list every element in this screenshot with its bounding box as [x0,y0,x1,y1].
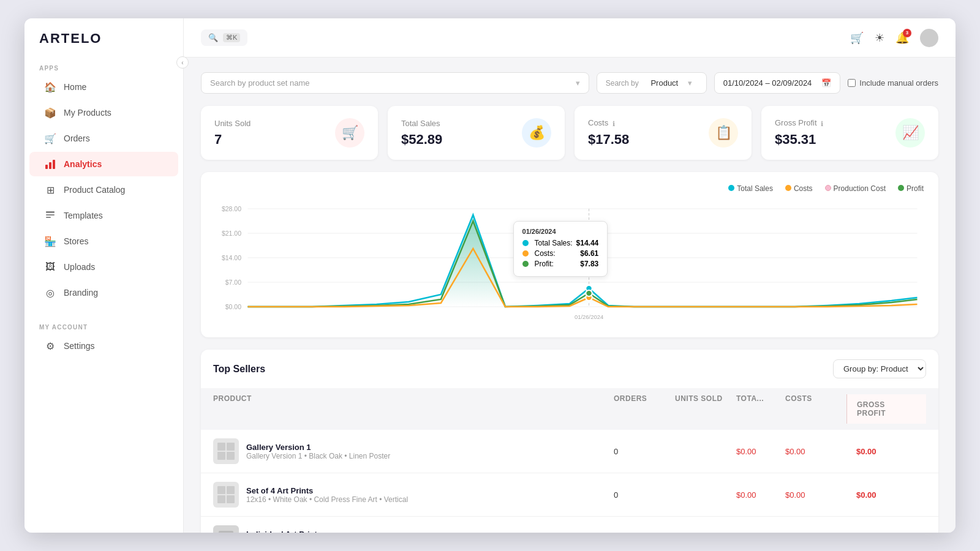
settings-icon: ⚙ [44,340,56,352]
sidebar-item-settings[interactable]: ⚙ Settings [29,334,178,358]
sidebar-item-label: Settings [64,341,95,351]
table-title: Top Sellers [213,364,265,375]
table-row: Gallery Version 1 Gallery Version 1 • Bl… [201,430,938,473]
date-range-picker[interactable]: 01/10/2024 – 02/09/2024 📅 [714,72,841,94]
legend-production-cost: Production Cost [825,184,886,193]
sidebar-item-orders[interactable]: 🛒 Orders [29,126,178,151]
svg-rect-24 [227,452,235,460]
main-content: 🔍 ⌘K 🛒 ☀ 🔔 3 Search by product set name [184,18,956,533]
svg-rect-28 [227,495,235,503]
costs-info-icon: ℹ [612,120,615,127]
svg-rect-29 [219,531,233,533]
search-icon: 🔍 [208,33,218,42]
col-units-sold: Units Sold [675,394,736,424]
app-logo: ARTELO [24,31,183,59]
svg-text:$28.00: $28.00 [222,206,241,212]
sidebar-item-stores[interactable]: 🏪 Stores [29,229,178,253]
profit-info-icon: ℹ [821,120,823,127]
sidebar-item-label: My Products [64,108,111,118]
product-name: Set of 4 Art Prints [246,486,408,495]
sidebar-item-product-catalog[interactable]: ⊞ Product Catalog [29,178,178,202]
notifications-button[interactable]: 🔔 3 [895,31,909,45]
metrics-row: Units Sold 7 🛒 Total Sales $52.89 💰 [201,106,938,160]
sidebar-item-home[interactable]: 🏠 Home [29,75,178,99]
chevron-down-icon: ▾ [688,78,692,88]
sidebar-item-label: Uploads [64,262,95,272]
metric-label: Units Sold [214,119,251,128]
notification-badge: 3 [903,29,911,37]
svg-text:$0.00: $0.00 [225,304,242,310]
header: 🔍 ⌘K 🛒 ☀ 🔔 3 [184,18,956,58]
sidebar: ARTELO APPS 🏠 Home 📦 My Products 🛒 Order… [24,18,184,533]
costs-val: $0.00 [785,447,846,456]
svg-rect-1 [49,162,51,169]
apps-section-label: APPS [24,59,183,74]
include-manual-checkbox[interactable] [848,79,856,87]
cart-header-button[interactable]: 🛒 [850,31,864,45]
product-subtitle: 12x16 • White Oak • Cold Press Fine Art … [246,495,408,504]
total-sales-icon: 💰 [522,118,551,148]
top-sellers-table: Top Sellers Group by: Product Product Or… [201,350,938,533]
svg-rect-21 [217,443,225,451]
include-manual-label: Include manual orders [859,78,938,88]
metric-label: Gross Profit ℹ [775,118,823,127]
tooltip-profit-label: Profit: [535,260,554,268]
search-by-dropdown[interactable]: Search by Product ▾ [597,72,707,94]
metric-value: 7 [214,132,251,148]
col-product: Product [213,394,614,424]
svg-text:$21.00: $21.00 [222,230,241,237]
avatar[interactable] [920,29,938,47]
product-thumb [213,482,239,508]
sidebar-item-label: Home [64,82,86,92]
sidebar-item-label: Templates [64,211,103,220]
sidebar-item-my-products[interactable]: 📦 My Products [29,100,178,125]
tooltip-costs-value: $6.61 [580,249,598,258]
theme-toggle-button[interactable]: ☀ [875,31,884,45]
chart-legend: Total Sales Costs Production Cost Profit [216,184,924,193]
tooltip-sales-value: $14.44 [576,239,599,247]
tooltip-profit-dot [522,261,529,267]
account-section-label: MY ACCOUNT [24,318,183,333]
chart-card: Total Sales Costs Production Cost Profit… [201,172,938,337]
sidebar-item-branding[interactable]: ◎ Branding [29,280,178,305]
sidebar-item-analytics[interactable]: Analytics [29,152,178,176]
sidebar-item-label: Orders [64,133,90,143]
sidebar-item-uploads[interactable]: 🖼 Uploads [29,255,178,279]
table-column-headers: Product Orders Units Sold Tota... Costs … [201,388,938,430]
search-bar[interactable]: 🔍 ⌘K [201,29,247,46]
page-content: Search by product set name ▾ Search by P… [184,58,956,533]
svg-text:01/26/2024: 01/26/2024 [575,314,603,320]
tooltip-costs-label: Costs: [535,249,556,258]
group-by-select[interactable]: Group by: Product [833,359,926,378]
sidebar-item-label: Branding [64,288,98,298]
sidebar-item-label: Product Catalog [64,185,125,195]
tooltip-row-costs: Costs: $6.61 [522,249,599,258]
metric-label: Costs ℹ [588,118,629,127]
product-set-search[interactable]: Search by product set name ▾ [201,72,589,94]
uploads-icon: 🖼 [44,261,56,273]
grid-icon: ⊞ [44,184,56,196]
gross-profit-icon: 📈 [895,118,925,148]
store-icon: 🏪 [44,235,56,247]
filters-row: Search by product set name ▾ Search by P… [201,72,938,94]
product-cell: Gallery Version 1 Gallery Version 1 • Bl… [213,438,614,464]
package-icon: 📦 [44,107,56,119]
col-total: Tota... [736,394,785,424]
svg-text:$14.00: $14.00 [222,255,241,261]
col-orders: Orders [614,394,675,424]
gross-profit-val: $0.00 [846,447,926,456]
chart-tooltip: 01/26/2024 Total Sales: $14.44 Costs: $6… [513,221,608,277]
tooltip-row-sales: Total Sales: $14.44 [522,239,599,247]
sidebar-item-templates[interactable]: Templates [29,203,178,228]
sidebar-collapse-button[interactable]: ‹ [176,56,189,69]
product-name: Gallery Version 1 [246,443,390,452]
product-cell: Set of 4 Art Prints 12x16 • White Oak • … [213,482,614,508]
orders-val: 0 [614,490,675,500]
templates-icon [44,209,56,222]
include-manual-checkbox-row[interactable]: Include manual orders [848,78,938,88]
total-val: $0.00 [736,490,785,500]
total-val: $0.00 [736,447,785,456]
svg-rect-5 [46,217,51,218]
metric-costs: Costs ℹ $17.58 📋 [575,106,752,160]
chart-area: $28.00 $21.00 $14.00 $7.00 $0.00 [216,203,924,325]
